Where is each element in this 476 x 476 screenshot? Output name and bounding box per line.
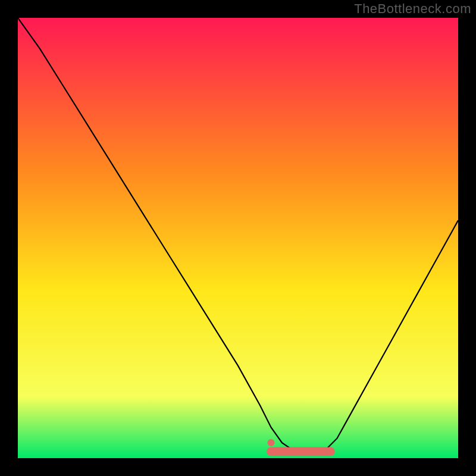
gradient-background — [18, 18, 458, 458]
chart-frame: TheBottleneck.com — [0, 0, 476, 476]
chart-svg — [18, 18, 458, 458]
plot-area — [18, 18, 458, 458]
highlight-dot — [268, 439, 275, 446]
watermark-text: TheBottleneck.com — [354, 1, 471, 17]
